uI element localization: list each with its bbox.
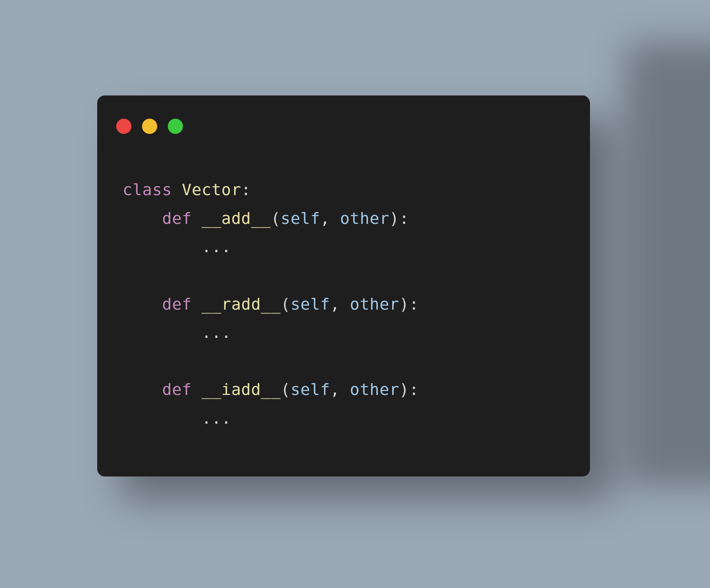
method-radd: __radd__ [202, 295, 281, 313]
code-window: class Vector: def __add__(self, other): … [97, 95, 590, 476]
method-iadd: __iadd__ [202, 380, 281, 399]
ellipsis: ... [202, 409, 231, 427]
secondary-shadow [625, 42, 710, 486]
method-add: __add__ [202, 209, 271, 228]
keyword-def: def [162, 380, 192, 399]
keyword-def: def [162, 209, 192, 228]
param-other: other [340, 209, 389, 228]
keyword-def: def [162, 295, 192, 313]
param-self: self [281, 209, 320, 228]
traffic-lights [116, 119, 183, 134]
param-self: self [290, 380, 330, 399]
keyword-class: class [123, 180, 172, 199]
minimize-icon[interactable] [142, 119, 157, 134]
param-other: other [350, 380, 399, 399]
class-name: Vector [182, 180, 241, 199]
ellipsis: ... [202, 323, 231, 342]
param-self: self [290, 295, 330, 313]
maximize-icon[interactable] [168, 119, 183, 134]
ellipsis: ... [202, 237, 231, 256]
close-icon[interactable] [116, 119, 131, 134]
param-other: other [350, 295, 399, 313]
code-content: class Vector: def __add__(self, other): … [123, 176, 419, 433]
